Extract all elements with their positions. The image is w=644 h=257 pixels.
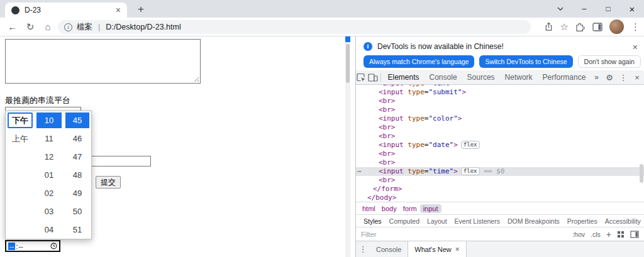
code-line[interactable]: <input type="date">flex xyxy=(356,141,644,150)
tab-close-icon[interactable]: × xyxy=(116,5,121,15)
dont-show-again-button[interactable]: Don't show again xyxy=(578,55,641,68)
side-panel-button[interactable] xyxy=(592,23,602,31)
devtools-tab-performance[interactable]: Performance xyxy=(538,70,591,84)
address-bar[interactable]: i 檔案 | D:/Desktop/D-23.html xyxy=(58,20,531,34)
site-info-icon[interactable]: i xyxy=(64,23,72,31)
line-actions-icon[interactable]: ⋯ xyxy=(357,167,362,176)
devtools-tab-network[interactable]: Network xyxy=(500,70,538,84)
devtools-tab-sources[interactable]: Sources xyxy=(462,70,500,84)
more-tabs-button[interactable]: » xyxy=(591,73,602,82)
extensions-button[interactable] xyxy=(575,22,586,32)
page-scrollbar[interactable] xyxy=(345,36,350,257)
flex-badge[interactable]: flex xyxy=(461,141,480,149)
reload-button[interactable]: ↻ xyxy=(23,18,38,36)
picker-minute-option-49[interactable]: 49 xyxy=(64,184,91,202)
grid-icon[interactable] xyxy=(617,231,625,238)
sidebar-tab-properties[interactable]: Properties xyxy=(564,217,601,225)
time-hour-segment[interactable]: -- xyxy=(8,243,15,250)
devtools-tab-console[interactable]: Console xyxy=(425,70,462,84)
picker-minute-option-47[interactable]: 47 xyxy=(64,148,91,166)
devtools-menu-icon[interactable]: ⋮ xyxy=(616,73,630,82)
new-style-rule-button[interactable]: + xyxy=(606,231,611,238)
match-language-button[interactable]: Always match Chrome's language xyxy=(364,55,474,68)
new-tab-button[interactable]: + xyxy=(135,3,147,16)
code-line[interactable]: <br> xyxy=(356,158,644,167)
share-button[interactable] xyxy=(544,22,553,31)
resize-grip-icon[interactable] xyxy=(194,77,199,82)
drawer-tab-console[interactable]: Console xyxy=(370,241,408,257)
tab-search-button[interactable] xyxy=(548,0,572,18)
settings-gear-icon[interactable]: ⚙ xyxy=(602,73,616,82)
home-button[interactable]: ⌂ xyxy=(40,18,55,36)
scrollbar-marker[interactable] xyxy=(345,36,350,42)
picker-minute-option-51[interactable]: 51 xyxy=(64,221,91,239)
maximize-button[interactable]: □ xyxy=(596,0,620,18)
drawer-tab-whats-new[interactable]: What's New × xyxy=(408,241,466,257)
picker-minute-option-50[interactable]: 50 xyxy=(64,202,91,221)
picker-hour-option-02[interactable]: 02 xyxy=(35,184,64,202)
code-line[interactable]: <br> xyxy=(356,132,644,141)
switch-to-chinese-button[interactable]: Switch DevTools to Chinese xyxy=(479,55,572,68)
code-line[interactable]: <br> xyxy=(356,106,644,114)
code-line[interactable]: <input type="submit"> xyxy=(356,88,644,97)
sidebar-tab-styles[interactable]: Styles xyxy=(360,217,386,225)
device-toolbar-button[interactable] xyxy=(367,73,379,82)
code-line[interactable]: </form> xyxy=(356,185,644,194)
drawer-menu-icon[interactable]: ⋮ xyxy=(356,244,370,254)
sidebar-tab-computed[interactable]: Computed xyxy=(386,217,423,225)
picker-hour-option-10[interactable]: 10 xyxy=(36,112,62,128)
sidebar-tabs: StylesComputedLayoutEvent ListenersDOM B… xyxy=(356,214,644,227)
sidebar-tab-dom-breakpoints[interactable]: DOM Breakpoints xyxy=(504,217,564,225)
picker-hour-option-11[interactable]: 11 xyxy=(35,129,64,148)
time-input[interactable]: -- : -- xyxy=(5,240,60,252)
browser-menu-button[interactable]: ⋮ xyxy=(631,22,640,31)
picker-minute-option-45[interactable]: 45 xyxy=(65,112,89,128)
code-line[interactable]: <input type="color"> xyxy=(356,114,644,123)
profile-avatar[interactable] xyxy=(609,19,624,34)
minimize-button[interactable]: – xyxy=(572,0,596,18)
clock-icon[interactable] xyxy=(50,243,57,249)
flex-badge[interactable]: flex xyxy=(461,167,480,175)
picker-hour-option-01[interactable]: 01 xyxy=(35,166,64,184)
breadcrumb-item-html[interactable]: html xyxy=(359,204,379,213)
code-line[interactable]: ⋯<input type="time">flex == $0 xyxy=(356,167,644,176)
code-line[interactable]: <br> xyxy=(356,97,644,106)
picker-hour-option-12[interactable]: 12 xyxy=(35,148,64,166)
code-scrollbar-thumb[interactable] xyxy=(640,164,643,183)
breadcrumb-item-form[interactable]: form xyxy=(400,204,420,213)
code-line[interactable]: <br> xyxy=(356,123,644,132)
code-line[interactable]: <br> xyxy=(356,150,644,158)
devtools-close-icon[interactable]: × xyxy=(630,73,644,82)
close-window-button[interactable]: × xyxy=(620,0,644,18)
picker-minute-option-46[interactable]: 46 xyxy=(64,129,91,148)
time-minute-segment[interactable]: -- xyxy=(18,243,23,250)
breadcrumb-item-body[interactable]: body xyxy=(379,204,400,213)
pseudo-state-toggle[interactable]: :hov xyxy=(572,231,585,238)
notification-close-icon[interactable]: × xyxy=(633,42,638,52)
code-token: type xyxy=(408,167,425,175)
breadcrumb-item-input[interactable]: input xyxy=(420,204,441,213)
styles-filter-input[interactable] xyxy=(361,231,567,238)
browser-tab[interactable]: D-23 × xyxy=(5,3,127,18)
bookmark-button[interactable]: ☆ xyxy=(560,22,569,31)
whats-new-close-icon[interactable]: × xyxy=(455,245,460,254)
scrollbar-thumb[interactable] xyxy=(346,44,350,83)
element-classes-toggle[interactable]: .cls xyxy=(591,231,601,238)
code-line[interactable]: </body> xyxy=(356,194,644,202)
picker-minute-option-48[interactable]: 48 xyxy=(64,166,91,184)
sidebar-tab-layout[interactable]: Layout xyxy=(423,217,451,225)
computed-sidebar-icon[interactable] xyxy=(630,231,639,238)
picker-hour-option-04[interactable]: 04 xyxy=(35,221,64,239)
sidebar-tab-event-listeners[interactable]: Event Listeners xyxy=(451,217,504,225)
inspect-element-button[interactable] xyxy=(356,73,367,82)
code-line[interactable]: <br> xyxy=(356,176,644,185)
time-picker-grid: 下午1045上午114612470148024903500451 xyxy=(6,111,91,239)
picker-hour-option-03[interactable]: 03 xyxy=(35,202,64,221)
picker-meridiem-option--[interactable]: 上午 xyxy=(6,129,35,148)
comments-textarea[interactable] xyxy=(5,39,201,84)
sidebar-tab-accessibility[interactable]: Accessibility xyxy=(601,217,644,225)
submit-button[interactable]: 提交 xyxy=(96,176,121,189)
back-button[interactable]: ← xyxy=(5,18,20,36)
devtools-tab-elements[interactable]: Elements xyxy=(383,70,425,84)
picker-meridiem-option--[interactable]: 下午 xyxy=(8,112,33,128)
